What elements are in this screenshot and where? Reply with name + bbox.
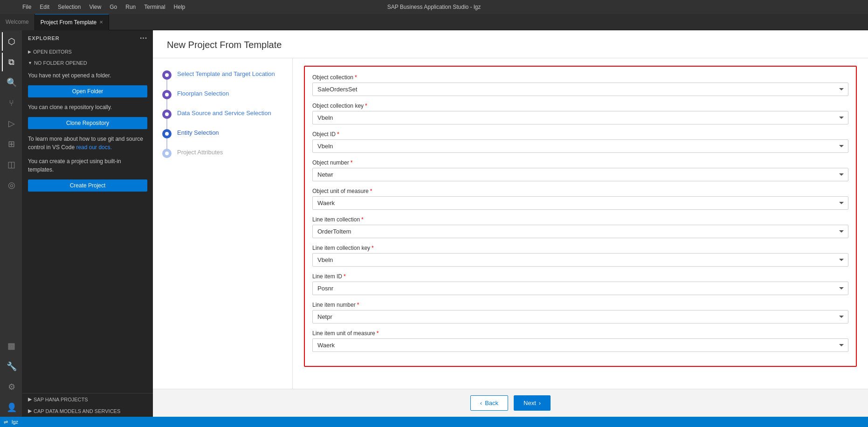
menu-item-help[interactable]: Help [170, 3, 189, 11]
template-text: You can create a project using built-in … [22, 154, 153, 177]
tab-welcome-label: Welcome [6, 19, 29, 25]
source-control-icon[interactable]: ⑂ [2, 94, 21, 112]
field-select-5[interactable]: OrderToItem [312, 225, 848, 238]
search-icon[interactable]: 🔍 [2, 73, 21, 92]
form-label-8: Line item number * [312, 302, 848, 308]
sap-hana-label: SAP HANA PROJECTS [34, 397, 88, 402]
form-group-5: Line item collection *OrderToItem [312, 216, 848, 238]
step-dot-2 [162, 110, 172, 119]
required-star-7: * [344, 273, 346, 280]
tab-bar: Welcome Project From Template ✕ [0, 14, 868, 30]
form-panel: Object collection *SaleOrdersSetObject c… [293, 58, 868, 389]
bottom-bar: ‹ Back Next › [153, 389, 868, 417]
step-item-0[interactable]: Select Template and Target Location [162, 69, 283, 80]
project-body: Select Template and Target LocationFloor… [153, 58, 868, 389]
menu-item-run[interactable]: Run [122, 3, 139, 11]
back-label: Back [485, 399, 498, 406]
step-label-0[interactable]: Select Template and Target Location [177, 69, 275, 77]
form-group-8: Line item number *Netpr [312, 302, 848, 324]
form-label-7: Line item ID * [312, 273, 848, 280]
step-dot-1 [162, 90, 172, 99]
step-label-4: Project Attributes [177, 148, 223, 156]
no-folder-section: ▼ NO FOLDER OPENED You have not yet open… [22, 57, 153, 194]
back-button[interactable]: ‹ Back [470, 395, 508, 411]
cap-data-label: CAP DATA MODELS AND SERVICES [34, 408, 120, 414]
required-star-1: * [365, 103, 367, 109]
step-label-2[interactable]: Data Source and Service Selection [177, 109, 271, 117]
field-select-6[interactable]: Vbeln [312, 253, 848, 267]
field-select-1[interactable]: Vbeln [312, 111, 848, 124]
menu-item-terminal[interactable]: Terminal [140, 3, 169, 11]
explorer-icon[interactable]: ⧉ [2, 53, 21, 71]
field-select-4[interactable]: Waerk [312, 196, 848, 210]
step-item-1[interactable]: Floorplan Selection [162, 89, 283, 99]
step-label-3[interactable]: Entity Selection [177, 128, 219, 136]
form-group-9: Line item unit of measure *Waerk [312, 330, 848, 352]
step-item-3[interactable]: Entity Selection [162, 128, 283, 138]
field-select-9[interactable]: Waerk [312, 338, 848, 352]
extensions-icon[interactable]: ⊞ [2, 135, 21, 153]
content-area: New Project From Template Select Templat… [153, 30, 868, 417]
page-title: New Project From Template [153, 30, 868, 58]
open-folder-button[interactable]: Open Folder [28, 85, 147, 97]
storyboard-icon[interactable]: ▦ [2, 337, 21, 355]
sidebar-more-icon[interactable]: ··· [140, 34, 147, 42]
field-select-2[interactable]: Vbeln [312, 139, 848, 153]
menu-item-edit[interactable]: Edit [36, 3, 53, 11]
no-folder-text: You have not yet opened a folder. [22, 69, 153, 83]
open-editors-label: OPEN EDITORS [33, 49, 72, 55]
explorer-label: EXPLORER [28, 35, 60, 41]
git-docs-link[interactable]: read our docs. [76, 144, 112, 151]
cap-data-section[interactable]: ▶ CAP DATA MODELS AND SERVICES [22, 405, 153, 417]
tab-project-from-template[interactable]: Project From Template ✕ [35, 14, 110, 30]
field-select-3[interactable]: Netwr [312, 168, 848, 181]
database-icon[interactable]: ◫ [2, 155, 21, 174]
form-label-3: Object number * [312, 159, 848, 166]
tab-welcome[interactable]: Welcome [0, 14, 35, 30]
field-select-7[interactable]: Posnr [312, 282, 848, 295]
required-star-0: * [355, 74, 357, 81]
required-star-8: * [357, 302, 359, 308]
chevron-right-icon-2: ▶ [28, 408, 32, 414]
chevron-right-icon: ▶ [28, 396, 32, 402]
status-bar: ⇌ lgz [0, 417, 868, 427]
run-debug-icon[interactable]: ▷ [2, 114, 21, 133]
settings-icon[interactable]: ⚙ [2, 378, 21, 396]
form-group-7: Line item ID *Posnr [312, 273, 848, 295]
tab-close-icon[interactable]: ✕ [99, 20, 103, 25]
clone-repo-button[interactable]: Clone Repository [28, 117, 147, 129]
field-select-8[interactable]: Netpr [312, 310, 848, 324]
menu-item-file[interactable]: File [19, 3, 35, 11]
remote-icon[interactable]: ◎ [2, 176, 21, 194]
create-project-button[interactable]: Create Project [28, 179, 147, 192]
required-star-6: * [372, 245, 374, 251]
back-chevron-icon: ‹ [480, 399, 482, 406]
no-folder-header[interactable]: ▼ NO FOLDER OPENED [22, 57, 153, 69]
account-icon[interactable]: 👤 [2, 398, 21, 417]
step-label-1[interactable]: Floorplan Selection [177, 89, 229, 97]
form-label-1: Object collection key * [312, 103, 848, 109]
form-label-5: Line item collection * [312, 216, 848, 223]
required-star-4: * [370, 188, 372, 194]
open-editors-header[interactable]: ▶ OPEN EDITORS [22, 46, 153, 57]
form-label-4: Object unit of measure * [312, 188, 848, 194]
title-bar: FileEditSelectionViewGoRunTerminalHelp S… [0, 0, 868, 14]
form-label-0: Object collection * [312, 74, 848, 81]
sidebar-bottom: ▶ SAP HANA PROJECTS ▶ CAP DATA MODELS AN… [22, 393, 153, 417]
form-group-1: Object collection key *Vbeln [312, 103, 848, 124]
tools-icon[interactable]: 🔧 [2, 357, 21, 376]
next-button[interactable]: Next › [514, 395, 551, 411]
sap-hana-projects-section[interactable]: ▶ SAP HANA PROJECTS [22, 393, 153, 405]
form-label-6: Line item collection key * [312, 245, 848, 251]
form-group-3: Object number *Netwr [312, 159, 848, 181]
chevron-down-icon: ▼ [28, 61, 32, 65]
chevron-icon: ▶ [28, 49, 31, 54]
menu-item-view[interactable]: View [85, 3, 105, 11]
menu-item-selection[interactable]: Selection [54, 3, 84, 11]
logo-icon: ⬡ [2, 32, 21, 51]
steps-panel: Select Template and Target LocationFloor… [153, 58, 293, 389]
field-select-0[interactable]: SaleOrdersSet [312, 83, 848, 96]
git-text: To learn more about how to use git and s… [22, 132, 153, 154]
step-item-2[interactable]: Data Source and Service Selection [162, 109, 283, 119]
menu-item-go[interactable]: Go [106, 3, 121, 11]
